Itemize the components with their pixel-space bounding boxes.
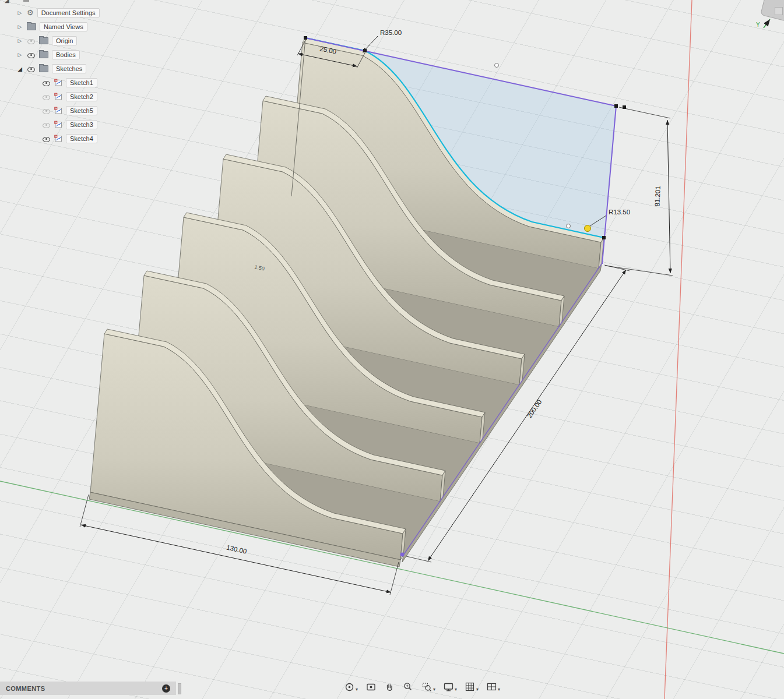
sketch-icon: [54, 135, 62, 143]
fusion-canvas[interactable]: R35.00 25.00 R13.50 81.201: [0, 0, 784, 699]
sketch-point[interactable]: [614, 104, 618, 108]
folder-icon: [39, 65, 48, 72]
browser-row-bodies[interactable]: ▷ Bodies: [16, 49, 80, 61]
browser-row-sketch3[interactable]: Sketch3: [42, 119, 97, 130]
leader-line[interactable]: [363, 36, 378, 52]
comments-label: COMMENTS: [6, 685, 45, 692]
browser-item-label[interactable]: Bodies: [52, 50, 80, 59]
visibility-icon[interactable]: [42, 121, 51, 129]
y-axis-label: Y: [756, 22, 760, 28]
sketch-point[interactable]: [304, 36, 307, 40]
viewcube-face[interactable]: [775, 7, 783, 15]
sketch-icon: [54, 107, 62, 115]
dimension-radius-top: R35.00: [363, 29, 402, 52]
folder-icon: [27, 23, 36, 30]
browser-row-sketches[interactable]: ◢ Sketches: [16, 63, 86, 75]
display-settings-icon: [443, 682, 454, 693]
sketch-icon: [54, 79, 62, 87]
navigation-toolbar[interactable]: ▾ ▾ ▾ ▾ ▾: [343, 680, 501, 694]
browser-row-named-views[interactable]: ▷ Named Views: [16, 21, 87, 33]
expand-icon[interactable]: ▷: [16, 38, 23, 44]
browser-item-label[interactable]: Sketch5: [66, 106, 97, 115]
grid-icon: [465, 682, 476, 693]
fillet-grip[interactable]: [585, 225, 591, 232]
viewports-icon: [486, 682, 497, 693]
dimension-label[interactable]: 130.00: [226, 543, 247, 555]
visibility-icon[interactable]: [27, 37, 36, 45]
expand-icon[interactable]: ▷: [16, 52, 23, 58]
folder-icon: [39, 37, 48, 44]
comments-panel[interactable]: COMMENTS +: [0, 682, 176, 695]
grid-and-snaps-button[interactable]: ▾: [463, 680, 480, 694]
browser-header-fragment: ◢: [5, 0, 9, 3]
viewports-button[interactable]: ▾: [485, 680, 501, 694]
browser-item-label[interactable]: Sketch2: [66, 92, 97, 101]
expand-icon[interactable]: ▷: [16, 24, 23, 30]
sketch-point[interactable]: [400, 553, 405, 557]
dimension-height: 81.201: [605, 107, 673, 276]
browser-item-label[interactable]: Named Views: [40, 22, 87, 31]
browser-item-label[interactable]: Sketch1: [66, 78, 97, 87]
chevron-down-icon[interactable]: ▾: [476, 687, 479, 693]
model-viewport[interactable]: R35.00 25.00 R13.50 81.201: [0, 0, 784, 699]
visibility-icon[interactable]: [42, 79, 51, 87]
browser-row-origin[interactable]: ▷ Origin: [16, 35, 77, 47]
extension-line[interactable]: [605, 266, 673, 276]
visibility-icon[interactable]: [42, 93, 51, 101]
browser-row-sketch5[interactable]: Sketch5: [42, 105, 97, 116]
expand-icon[interactable]: ◢: [16, 66, 23, 72]
zoom-icon: [403, 682, 414, 693]
dimension-line[interactable]: [667, 120, 670, 273]
browser-row-sketch2[interactable]: Sketch2: [42, 91, 97, 103]
dimension-label[interactable]: 81.201: [653, 186, 661, 207]
browser-item-label[interactable]: Sketch4: [66, 134, 97, 143]
axis-indicator: Y: [756, 19, 770, 28]
sketch-icon: [54, 121, 62, 129]
sketch-point[interactable]: [363, 49, 367, 52]
zoom-button[interactable]: [402, 680, 415, 694]
browser-item-label[interactable]: Origin: [52, 36, 77, 45]
chevron-down-icon[interactable]: ▾: [455, 687, 457, 693]
add-comment-icon[interactable]: +: [162, 684, 170, 693]
look-at-button[interactable]: [364, 680, 378, 694]
sketch-point[interactable]: [567, 224, 571, 228]
pan-button[interactable]: [383, 680, 396, 694]
browser-row-sketch4[interactable]: Sketch4: [42, 133, 97, 144]
dimension-label[interactable]: R35.00: [380, 29, 402, 36]
browser-item-label[interactable]: Sketches: [52, 64, 86, 73]
toolbar-fragment: [23, 0, 29, 2]
sketch-point[interactable]: [602, 236, 606, 239]
visibility-icon[interactable]: [42, 107, 51, 115]
extension-line[interactable]: [406, 556, 431, 562]
expand-icon[interactable]: ▷: [16, 10, 23, 16]
chevron-down-icon[interactable]: ▾: [498, 687, 500, 693]
browser-row-document-settings[interactable]: ▷ ⚙ Document Settings: [16, 7, 100, 19]
zoom-window-icon: [421, 682, 433, 693]
dimension-label[interactable]: R13.50: [609, 209, 630, 216]
browser-item-label[interactable]: Sketch3: [66, 120, 97, 129]
visibility-icon[interactable]: [42, 135, 51, 143]
chevron-down-icon[interactable]: ▾: [356, 687, 358, 693]
browser-item-label[interactable]: Document Settings: [37, 8, 100, 17]
pan-hand-icon: [384, 682, 395, 693]
sketch-icon: [54, 93, 62, 101]
browser-row-sketch1[interactable]: Sketch1: [42, 77, 97, 89]
comments-resize-handle[interactable]: [178, 683, 181, 694]
sketch-point[interactable]: [495, 63, 499, 68]
visibility-icon[interactable]: [27, 51, 36, 59]
display-settings-button[interactable]: ▾: [442, 680, 458, 694]
chevron-down-icon[interactable]: ▾: [433, 687, 435, 693]
dimension-label[interactable]: 200.00: [526, 398, 543, 419]
folder-icon: [39, 51, 48, 58]
gear-icon: ⚙: [27, 9, 34, 17]
zoom-window-button[interactable]: ▾: [420, 680, 437, 694]
look-at-icon: [365, 682, 377, 693]
orbit-button[interactable]: ▾: [343, 680, 359, 694]
visibility-icon[interactable]: [27, 65, 36, 73]
axis-x-red: [665, 0, 692, 699]
orbit-icon: [344, 682, 355, 693]
extension-line[interactable]: [619, 107, 670, 118]
y-axis-arrow-icon: [764, 19, 770, 28]
